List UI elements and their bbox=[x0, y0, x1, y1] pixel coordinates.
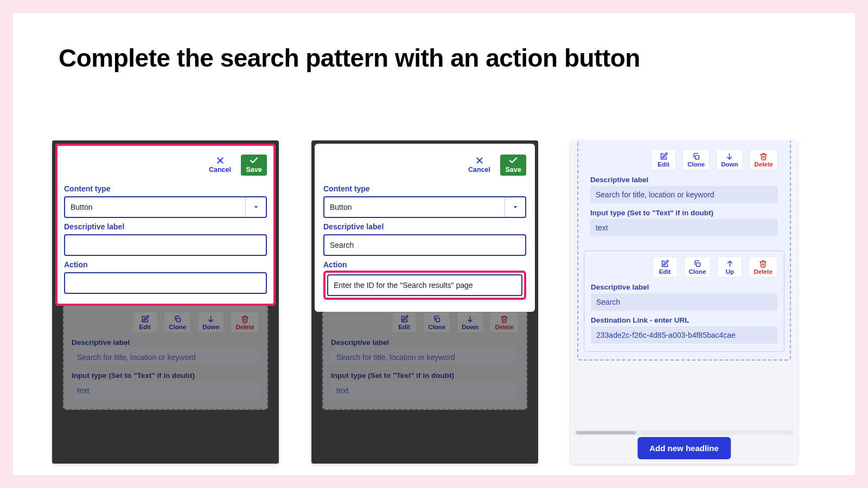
content-type-label: Content type bbox=[64, 184, 267, 193]
check-icon bbox=[249, 156, 259, 165]
content-type-select[interactable]: Button bbox=[323, 196, 526, 218]
save-button[interactable]: Save bbox=[241, 155, 267, 176]
down-button[interactable]: Down bbox=[457, 312, 483, 333]
arrow-down-icon bbox=[207, 314, 215, 323]
trash-icon bbox=[759, 259, 767, 268]
action-input[interactable] bbox=[64, 272, 267, 294]
svg-marker-9 bbox=[513, 206, 517, 208]
panel-3: Edit Clone Down bbox=[571, 140, 797, 464]
descriptive-label: Descriptive label bbox=[64, 222, 267, 231]
clone-button[interactable]: Clone bbox=[684, 256, 711, 278]
action-label: Action bbox=[64, 260, 267, 269]
delete-button[interactable]: Delete bbox=[749, 149, 778, 170]
bg-descriptive-label: Descriptive label bbox=[72, 338, 259, 346]
action-label: Action bbox=[323, 260, 526, 269]
add-button-dialog: Cancel Save Content type Button Descript… bbox=[315, 144, 535, 312]
close-icon bbox=[216, 156, 225, 165]
card2-destlink-label: Destination Link - enter URL bbox=[591, 316, 777, 324]
delete-button[interactable]: Delete bbox=[749, 256, 777, 278]
page-title: Complete the search pattern with an acti… bbox=[59, 43, 640, 73]
clone-button[interactable]: Clone bbox=[682, 149, 710, 170]
clone-button[interactable]: Clone bbox=[164, 312, 191, 333]
check-icon bbox=[508, 156, 518, 165]
bg-descriptive-value: Search for title, location or keyword bbox=[331, 349, 519, 366]
action-input-highlight: Enter the ID for the "Search results" pa… bbox=[323, 271, 526, 300]
background-card: Edit Clone Down Delete bbox=[63, 303, 268, 410]
bg-input-type-label: Input type (Set to "Text" if in doubt) bbox=[331, 371, 519, 380]
panel-1: Edit Clone Down Delete bbox=[52, 140, 279, 464]
down-button[interactable]: Down bbox=[197, 312, 224, 333]
clone-button[interactable]: Clone bbox=[423, 312, 450, 333]
svg-rect-10 bbox=[695, 155, 699, 159]
card1-descriptive-label: Descriptive label bbox=[590, 176, 778, 184]
card2-descriptive-label: Descriptive label bbox=[591, 283, 777, 291]
bg-input-type-value: text bbox=[331, 382, 519, 399]
horizontal-scrollbar[interactable] bbox=[574, 430, 794, 435]
save-button[interactable]: Save bbox=[500, 155, 526, 176]
input-card: Edit Clone Down bbox=[584, 149, 784, 244]
background-card: Edit Clone Down Delete bbox=[322, 303, 527, 410]
edit-icon bbox=[660, 152, 668, 160]
add-new-headline-button[interactable]: Add new headline bbox=[637, 437, 731, 459]
svg-rect-5 bbox=[436, 318, 439, 322]
card2-destlink-value: 233ade2c-f26c-4d85-a003-b4f85bac4cae bbox=[591, 326, 777, 344]
action-input[interactable]: Enter the ID for the "Search results" pa… bbox=[327, 274, 522, 296]
clone-icon bbox=[693, 259, 701, 268]
content-type-select[interactable]: Button bbox=[64, 196, 267, 218]
edit-icon bbox=[141, 314, 149, 323]
bg-descriptive-value: Search for title, location or keyword bbox=[72, 349, 259, 366]
clone-icon bbox=[433, 314, 441, 323]
arrow-down-icon bbox=[466, 314, 474, 323]
svg-marker-4 bbox=[254, 206, 258, 208]
panel-2: Edit Clone Down Delete bbox=[311, 140, 538, 464]
edit-button[interactable]: Edit bbox=[653, 256, 678, 278]
arrow-up-icon bbox=[726, 259, 734, 268]
down-button[interactable]: Down bbox=[716, 149, 743, 170]
edit-icon bbox=[661, 259, 669, 268]
cancel-button[interactable]: Cancel bbox=[464, 155, 495, 176]
clone-icon bbox=[692, 152, 700, 160]
card2-descriptive-value: Search bbox=[591, 293, 777, 311]
descriptive-input[interactable] bbox=[64, 234, 267, 256]
caret-down-icon bbox=[245, 197, 266, 217]
content-type-label: Content type bbox=[323, 184, 526, 193]
delete-button[interactable]: Delete bbox=[231, 312, 259, 333]
card1-inputtype-label: Input type (Set to "Text" if in doubt) bbox=[590, 209, 778, 217]
card1-descriptive-value: Search for title, location or keyword bbox=[590, 186, 778, 203]
edit-button[interactable]: Edit bbox=[392, 312, 417, 333]
trash-icon bbox=[500, 314, 508, 323]
bg-descriptive-label: Descriptive label bbox=[331, 338, 519, 346]
up-button[interactable]: Up bbox=[717, 256, 742, 278]
clone-icon bbox=[174, 314, 182, 323]
delete-button[interactable]: Delete bbox=[490, 312, 519, 333]
trash-icon bbox=[760, 152, 768, 160]
svg-rect-0 bbox=[176, 318, 180, 322]
svg-rect-12 bbox=[697, 262, 700, 266]
descriptive-input[interactable]: Search bbox=[323, 234, 526, 256]
bg-input-type-label: Input type (Set to "Text" if in doubt) bbox=[72, 371, 259, 380]
descriptive-label: Descriptive label bbox=[323, 222, 526, 231]
trash-icon bbox=[241, 314, 249, 323]
edit-button[interactable]: Edit bbox=[651, 149, 676, 170]
cancel-button[interactable]: Cancel bbox=[205, 155, 235, 176]
close-icon bbox=[475, 156, 484, 165]
edit-button[interactable]: Edit bbox=[132, 312, 157, 333]
arrow-down-icon bbox=[725, 152, 733, 160]
edit-icon bbox=[400, 314, 409, 323]
card1-inputtype-value: text bbox=[590, 219, 778, 236]
add-button-dialog: Cancel Save Content type Button Descript… bbox=[55, 144, 276, 306]
caret-down-icon bbox=[505, 197, 525, 217]
button-card: Edit Clone Up bbox=[584, 251, 784, 352]
bg-input-type-value: text bbox=[72, 382, 259, 399]
